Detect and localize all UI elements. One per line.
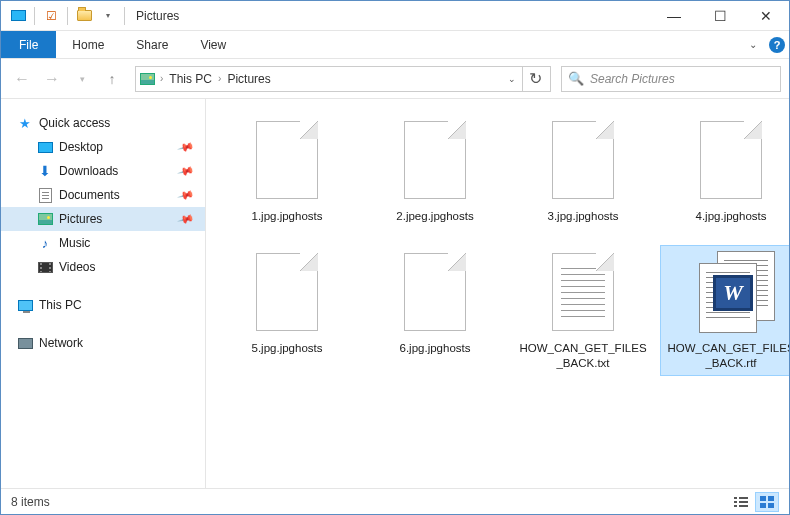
network-icon bbox=[17, 335, 33, 351]
thumbnails-view-button[interactable] bbox=[755, 492, 779, 512]
doc-icon bbox=[37, 187, 53, 203]
refresh-button[interactable]: ↻ bbox=[522, 67, 548, 91]
file-tab[interactable]: File bbox=[1, 31, 56, 58]
window-controls: — ☐ ✕ bbox=[651, 1, 789, 31]
pin-icon: 📌 bbox=[177, 210, 196, 228]
address-dropdown-icon[interactable]: ⌄ bbox=[502, 74, 522, 84]
sidebar-item-downloads[interactable]: ⬇Downloads📌 bbox=[1, 159, 205, 183]
qat-dropdown-icon[interactable]: ▾ bbox=[97, 5, 119, 27]
minimize-button[interactable]: — bbox=[651, 1, 697, 31]
quick-access-header[interactable]: ★ Quick access bbox=[1, 111, 205, 135]
nav-label: This PC bbox=[39, 298, 82, 312]
navigation-pane: ★ Quick access Desktop📌⬇Downloads📌Docume… bbox=[1, 99, 206, 489]
svg-rect-9 bbox=[768, 503, 774, 508]
svg-rect-1 bbox=[739, 497, 748, 499]
explorer-body: ★ Quick access Desktop📌⬇Downloads📌Docume… bbox=[1, 99, 789, 489]
window-title: Pictures bbox=[136, 9, 179, 23]
file-item[interactable]: 5.jpg.jpghosts bbox=[216, 245, 358, 376]
file-item[interactable]: 4.jpg.jpghosts bbox=[660, 113, 789, 229]
up-button[interactable]: ↑ bbox=[99, 66, 125, 92]
maximize-button[interactable]: ☐ bbox=[697, 1, 743, 31]
chevron-right-icon[interactable]: › bbox=[216, 73, 223, 84]
file-item[interactable]: 2.jpeg.jpghosts bbox=[364, 113, 506, 229]
close-button[interactable]: ✕ bbox=[743, 1, 789, 31]
pin-icon: 📌 bbox=[177, 186, 196, 204]
location-icon bbox=[138, 70, 156, 88]
details-view-button[interactable] bbox=[729, 492, 753, 512]
search-input[interactable]: 🔍 Search Pictures bbox=[561, 66, 781, 92]
file-list[interactable]: 1.jpg.jpghosts2.jpeg.jpghosts3.jpg.jpgho… bbox=[206, 99, 789, 489]
pin-icon: 📌 bbox=[177, 162, 196, 180]
file-item[interactable]: 6.jpg.jpghosts bbox=[364, 245, 506, 376]
svg-rect-3 bbox=[739, 501, 748, 503]
title-bar: ☑ ▾ Pictures — ☐ ✕ bbox=[1, 1, 789, 31]
quick-access-toolbar: ☑ ▾ bbox=[1, 5, 128, 27]
file-name: 6.jpg.jpghosts bbox=[400, 341, 471, 357]
file-icon: W bbox=[695, 249, 767, 337]
this-pc-node[interactable]: This PC bbox=[1, 293, 205, 317]
forward-button[interactable]: → bbox=[39, 66, 65, 92]
help-icon: ? bbox=[769, 37, 785, 53]
tab-share[interactable]: Share bbox=[120, 31, 184, 58]
sidebar-item-label: Music bbox=[59, 236, 90, 250]
nav-label: Network bbox=[39, 336, 83, 350]
star-icon: ★ bbox=[17, 115, 33, 131]
details-view-icon bbox=[734, 496, 748, 508]
sidebar-item-label: Desktop bbox=[59, 140, 103, 154]
sidebar-item-desktop[interactable]: Desktop📌 bbox=[1, 135, 205, 159]
recent-locations-button[interactable]: ▾ bbox=[69, 66, 95, 92]
app-icon[interactable] bbox=[7, 5, 29, 27]
svg-rect-4 bbox=[734, 505, 737, 507]
file-icon bbox=[251, 117, 323, 205]
tab-view[interactable]: View bbox=[184, 31, 242, 58]
file-item[interactable]: WHOW_CAN_GET_FILES_BACK.rtf bbox=[660, 245, 789, 376]
network-node[interactable]: Network bbox=[1, 331, 205, 355]
file-name: 3.jpg.jpghosts bbox=[548, 209, 619, 225]
music-icon: ♪ bbox=[37, 235, 53, 251]
download-icon: ⬇ bbox=[37, 163, 53, 179]
file-icon bbox=[399, 117, 471, 205]
desktop-icon bbox=[37, 139, 53, 155]
pic-icon bbox=[37, 211, 53, 227]
sidebar-item-documents[interactable]: Documents📌 bbox=[1, 183, 205, 207]
file-icon bbox=[547, 249, 619, 337]
file-item[interactable]: 3.jpg.jpghosts bbox=[512, 113, 654, 229]
back-button[interactable]: ← bbox=[9, 66, 35, 92]
help-button[interactable]: ? bbox=[765, 31, 789, 58]
chevron-right-icon[interactable]: › bbox=[158, 73, 165, 84]
search-icon: 🔍 bbox=[568, 71, 584, 86]
file-item[interactable]: 1.jpg.jpghosts bbox=[216, 113, 358, 229]
file-name: 4.jpg.jpghosts bbox=[696, 209, 767, 225]
view-toggle-group bbox=[729, 492, 779, 512]
sidebar-item-videos[interactable]: Videos bbox=[1, 255, 205, 279]
qat-properties-icon[interactable]: ☑ bbox=[40, 5, 62, 27]
nav-label: Quick access bbox=[39, 116, 110, 130]
file-icon bbox=[547, 117, 619, 205]
svg-rect-2 bbox=[734, 501, 737, 503]
sidebar-item-label: Documents bbox=[59, 188, 120, 202]
address-bar[interactable]: › This PC › Pictures ⌄ ↻ bbox=[135, 66, 551, 92]
file-name: HOW_CAN_GET_FILES_BACK.txt bbox=[518, 341, 648, 372]
file-name: 2.jpeg.jpghosts bbox=[396, 209, 473, 225]
sidebar-item-pictures[interactable]: Pictures📌 bbox=[1, 207, 205, 231]
ribbon-expand-icon[interactable]: ⌄ bbox=[741, 31, 765, 58]
file-name: 5.jpg.jpghosts bbox=[252, 341, 323, 357]
navigation-toolbar: ← → ▾ ↑ › This PC › Pictures ⌄ ↻ 🔍 Searc… bbox=[1, 59, 789, 99]
separator bbox=[67, 7, 68, 25]
ribbon: File Home Share View ⌄ ? bbox=[1, 31, 789, 59]
file-name: 1.jpg.jpghosts bbox=[252, 209, 323, 225]
breadcrumb[interactable]: Pictures bbox=[223, 67, 274, 91]
file-item[interactable]: HOW_CAN_GET_FILES_BACK.txt bbox=[512, 245, 654, 376]
status-bar: 8 items bbox=[1, 488, 789, 514]
pin-icon: 📌 bbox=[177, 138, 196, 156]
file-icon bbox=[251, 249, 323, 337]
breadcrumb[interactable]: This PC bbox=[165, 67, 216, 91]
folder-icon[interactable] bbox=[73, 5, 95, 27]
pc-icon bbox=[17, 297, 33, 313]
sidebar-item-music[interactable]: ♪Music bbox=[1, 231, 205, 255]
separator bbox=[34, 7, 35, 25]
file-icon bbox=[695, 117, 767, 205]
tab-home[interactable]: Home bbox=[56, 31, 120, 58]
svg-rect-6 bbox=[760, 496, 766, 501]
svg-rect-8 bbox=[760, 503, 766, 508]
